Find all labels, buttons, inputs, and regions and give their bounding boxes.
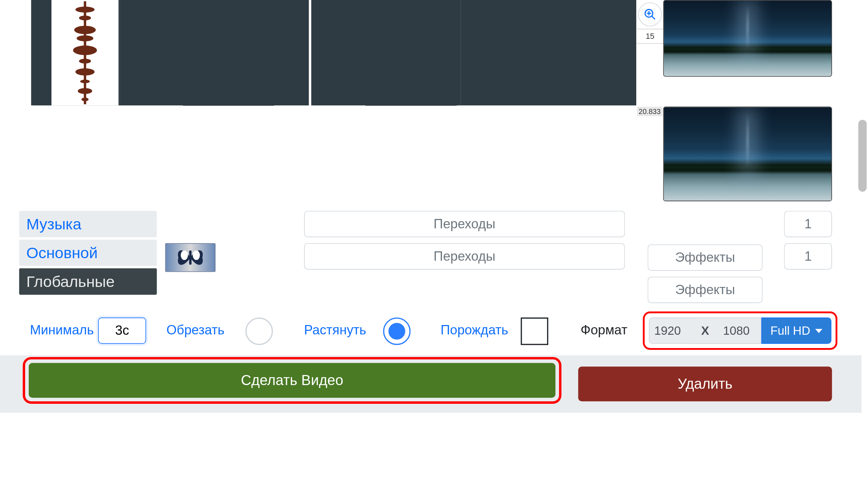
preview-thumbnail[interactable] bbox=[663, 107, 832, 201]
min-duration-input[interactable] bbox=[98, 317, 146, 344]
stretch-label: Растянуть bbox=[304, 322, 366, 338]
butterfly-icon bbox=[176, 246, 205, 270]
effects-button[interactable]: Эффекты bbox=[648, 277, 763, 303]
count-box[interactable]: 1 bbox=[784, 211, 832, 237]
layer-main[interactable]: Основной bbox=[19, 239, 157, 266]
zoom-level: 15 bbox=[637, 29, 663, 44]
count-value: 1 bbox=[804, 216, 812, 232]
zoom-in-icon bbox=[643, 8, 657, 21]
svg-point-10 bbox=[82, 98, 89, 101]
svg-point-8 bbox=[80, 80, 90, 83]
clip-thumbnail-butterfly[interactable] bbox=[165, 243, 216, 272]
zoom-in-button[interactable] bbox=[638, 3, 662, 27]
preset-label: Full HD bbox=[770, 324, 810, 337]
layer-chips: Музыка Основной Глобальные bbox=[19, 211, 157, 294]
layer-label: Музыка bbox=[26, 215, 81, 233]
svg-point-6 bbox=[79, 59, 91, 63]
button-label: Эффекты bbox=[675, 282, 735, 298]
button-label: Удалить bbox=[678, 376, 733, 393]
make-video-button[interactable]: Сделать Видео bbox=[29, 363, 555, 398]
scrollbar[interactable] bbox=[858, 120, 867, 192]
button-label: Сделать Видео bbox=[241, 372, 343, 389]
svg-rect-17 bbox=[189, 250, 191, 265]
dimension-separator: X bbox=[692, 317, 718, 344]
format-label: Формат bbox=[581, 322, 627, 338]
effects-button[interactable]: Эффекты bbox=[648, 244, 763, 271]
svg-point-2 bbox=[79, 15, 91, 20]
svg-point-5 bbox=[73, 46, 97, 55]
svg-point-9 bbox=[78, 88, 92, 94]
svg-point-1 bbox=[75, 6, 94, 13]
zoom-control: 15 bbox=[637, 0, 663, 44]
chevron-down-icon bbox=[815, 329, 822, 333]
height-input[interactable] bbox=[718, 317, 761, 344]
count-value: 1 bbox=[804, 248, 812, 264]
audio-waveform[interactable] bbox=[51, 0, 119, 105]
stretch-radio[interactable] bbox=[383, 317, 411, 345]
options-row: Минималь Обрезать Растянуть Порождать Фо… bbox=[0, 311, 868, 350]
layer-label: Основной bbox=[26, 243, 98, 262]
width-input[interactable] bbox=[649, 317, 692, 344]
timeline-clip[interactable] bbox=[461, 0, 636, 105]
timestamp-label: 20.833 bbox=[637, 107, 662, 116]
timeline-clip[interactable] bbox=[120, 0, 309, 105]
min-label: Минималь bbox=[30, 322, 94, 338]
svg-point-15 bbox=[181, 250, 188, 260]
delete-button[interactable]: Удалить bbox=[578, 367, 832, 402]
transitions-button[interactable]: Переходы bbox=[304, 243, 625, 269]
timeline-clip[interactable] bbox=[311, 0, 461, 105]
format-group: X Full HD bbox=[643, 311, 837, 350]
crop-radio[interactable] bbox=[245, 317, 273, 345]
spawn-label: Порождать bbox=[440, 322, 508, 338]
button-label: Переходы bbox=[434, 248, 495, 264]
transitions-button[interactable]: Переходы bbox=[304, 211, 625, 237]
count-box[interactable]: 1 bbox=[784, 243, 832, 269]
svg-point-4 bbox=[77, 35, 93, 41]
layer-music[interactable]: Музыка bbox=[19, 211, 157, 237]
svg-line-12 bbox=[652, 16, 655, 19]
waveform-icon bbox=[72, 1, 98, 104]
button-label: Переходы bbox=[434, 216, 495, 232]
svg-point-7 bbox=[75, 68, 94, 76]
frame-thumbnail: 20.833 bbox=[637, 105, 832, 201]
format-preset-dropdown[interactable]: Full HD bbox=[761, 317, 831, 344]
svg-point-3 bbox=[74, 26, 96, 34]
spawn-checkbox[interactable] bbox=[521, 317, 548, 345]
preview-thumbnail[interactable] bbox=[663, 0, 832, 77]
svg-point-16 bbox=[193, 250, 200, 260]
make-video-highlight: Сделать Видео bbox=[23, 357, 561, 404]
layer-label: Глобальные bbox=[26, 272, 115, 291]
crop-label: Обрезать bbox=[166, 322, 225, 338]
preview-area: 15 bbox=[0, 0, 868, 105]
layer-global[interactable]: Глобальные bbox=[19, 268, 157, 294]
button-label: Эффекты bbox=[675, 250, 735, 265]
